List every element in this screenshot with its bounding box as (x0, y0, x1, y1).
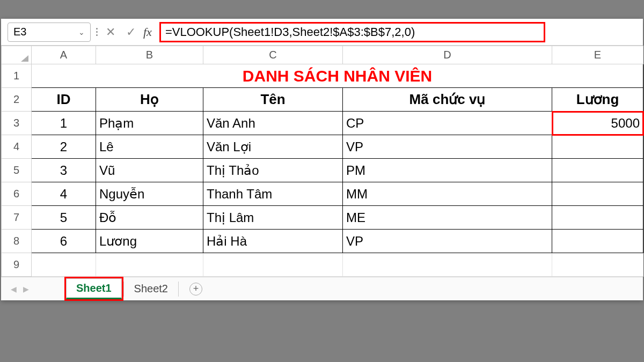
row-header[interactable]: 8 (2, 230, 32, 253)
cell-luong-selected[interactable]: 5000 (552, 112, 643, 135)
col-header-b[interactable]: B (96, 46, 203, 64)
cell-ten[interactable]: Văn Anh (203, 112, 343, 135)
tab-nav-next-icon[interactable]: ▶ (20, 285, 32, 293)
cell-luong[interactable] (552, 159, 643, 182)
tab-separator (178, 282, 179, 297)
spreadsheet-grid[interactable]: A B C D E 1 DANH SÁCH NHÂN VIÊN 2 ID Họ … (1, 46, 643, 277)
row-header[interactable]: 7 (2, 206, 32, 230)
empty-cell[interactable] (96, 253, 203, 277)
header-ma[interactable]: Mã chức vụ (343, 88, 552, 112)
formula-bar: E3 ⌄ ✕ ✓ fx =VLOOKUP(Sheet1!D3,Sheet2!$A… (1, 19, 643, 46)
active-tab-highlight: Sheet1 (64, 277, 123, 301)
row-header[interactable]: 3 (2, 112, 32, 135)
row-header[interactable]: 6 (2, 182, 32, 206)
cancel-formula-icon[interactable]: ✕ (103, 25, 119, 39)
cell-ho[interactable]: Nguyễn (96, 182, 203, 206)
cell-id[interactable]: 3 (32, 159, 96, 182)
select-all-corner[interactable] (2, 46, 32, 64)
column-header-row: A B C D E (2, 46, 643, 64)
title-cell[interactable]: DANH SÁCH NHÂN VIÊN (32, 64, 643, 88)
cell-luong[interactable] (552, 182, 643, 206)
cell-ten[interactable]: Văn Lợi (203, 135, 343, 159)
tab-nav-prev-icon[interactable]: ◀ (8, 285, 20, 293)
cell-ma[interactable]: ME (343, 206, 552, 230)
table-row: 4 2 Lê Văn Lợi VP (2, 135, 643, 159)
table-row: 7 5 Đỗ Thị Lâm ME (2, 206, 643, 230)
row-header[interactable]: 1 (2, 64, 32, 88)
cell-ma[interactable]: VP (343, 230, 552, 253)
empty-cell[interactable] (203, 253, 343, 277)
cell-ma[interactable]: MM (343, 182, 552, 206)
separator-dots (95, 28, 98, 36)
formula-input-highlight: =VLOOKUP(Sheet1!D3,Sheet2!$A$3:$B$7,2,0) (159, 22, 545, 42)
col-header-a[interactable]: A (32, 46, 96, 64)
header-ten[interactable]: Tên (203, 88, 343, 112)
table-header-row: 2 ID Họ Tên Mã chức vụ Lương (2, 88, 643, 112)
sheet-tab-active[interactable]: Sheet1 (66, 278, 122, 299)
cell-ten[interactable]: Thanh Tâm (203, 182, 343, 206)
cell-ten[interactable]: Thị Lâm (203, 206, 343, 230)
sheet-tab-bar: ◀ ▶ Sheet1 Sheet2 + (1, 277, 643, 300)
row-header[interactable]: 4 (2, 135, 32, 159)
empty-row: 9 (2, 253, 643, 277)
cell-ma[interactable]: CP (343, 112, 552, 135)
accept-formula-icon[interactable]: ✓ (123, 25, 139, 39)
col-header-e[interactable]: E (552, 46, 643, 64)
cell-ma[interactable]: PM (343, 159, 552, 182)
cell-luong[interactable] (552, 206, 643, 230)
cell-id[interactable]: 1 (32, 112, 96, 135)
col-header-d[interactable]: D (343, 46, 552, 64)
cell-id[interactable]: 6 (32, 230, 96, 253)
row-header[interactable]: 5 (2, 159, 32, 182)
table-row: 3 1 Phạm Văn Anh CP 5000 (2, 112, 643, 135)
row-header[interactable]: 9 (2, 253, 32, 277)
cell-ho[interactable]: Lương (96, 230, 203, 253)
cell-luong[interactable] (552, 135, 643, 159)
table-row: 6 4 Nguyễn Thanh Tâm MM (2, 182, 643, 206)
add-sheet-icon[interactable]: + (189, 283, 202, 295)
sheet-tab[interactable]: Sheet2 (124, 279, 178, 299)
cell-ho[interactable]: Vũ (96, 159, 203, 182)
cell-ho[interactable]: Đỗ (96, 206, 203, 230)
row-header[interactable]: 2 (2, 88, 32, 112)
empty-cell[interactable] (552, 253, 643, 277)
cell-ho[interactable]: Lê (96, 135, 203, 159)
empty-cell[interactable] (32, 253, 96, 277)
col-header-c[interactable]: C (203, 46, 343, 64)
cell-ten[interactable]: Hải Hà (203, 230, 343, 253)
cell-id[interactable]: 4 (32, 182, 96, 206)
cell-ten[interactable]: Thị Thảo (203, 159, 343, 182)
header-ho[interactable]: Họ (96, 88, 203, 112)
fx-icon[interactable]: fx (143, 25, 152, 39)
name-box[interactable]: E3 ⌄ (8, 23, 91, 42)
chevron-down-icon[interactable]: ⌄ (78, 28, 85, 36)
cell-ho[interactable]: Phạm (96, 112, 203, 135)
header-id[interactable]: ID (32, 88, 96, 112)
cell-luong[interactable] (552, 230, 643, 253)
title-row: 1 DANH SÁCH NHÂN VIÊN (2, 64, 643, 88)
cell-id[interactable]: 5 (32, 206, 96, 230)
spreadsheet-app: E3 ⌄ ✕ ✓ fx =VLOOKUP(Sheet1!D3,Sheet2!$A… (1, 19, 643, 300)
cell-ma[interactable]: VP (343, 135, 552, 159)
cell-id[interactable]: 2 (32, 135, 96, 159)
table-row: 5 3 Vũ Thị Thảo PM (2, 159, 643, 182)
table-row: 8 6 Lương Hải Hà VP (2, 230, 643, 253)
empty-cell[interactable] (343, 253, 552, 277)
formula-input[interactable]: =VLOOKUP(Sheet1!D3,Sheet2!$A$3:$B$7,2,0) (165, 25, 415, 39)
header-luong[interactable]: Lương (552, 88, 643, 112)
name-box-value: E3 (13, 26, 26, 38)
